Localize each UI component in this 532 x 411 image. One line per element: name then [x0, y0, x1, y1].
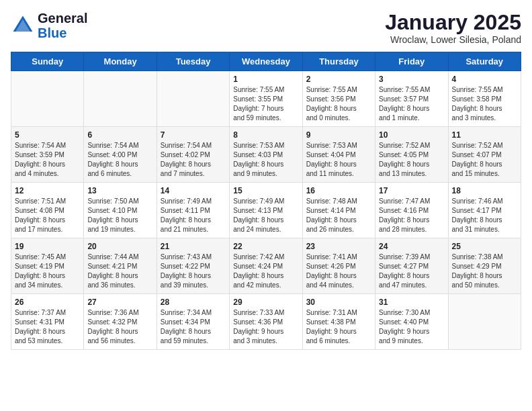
- day-number: 15: [233, 186, 298, 195]
- calendar-cell: 23Sunrise: 7:41 AMSunset: 4:26 PMDayligh…: [302, 238, 375, 294]
- calendar-cell: 5Sunrise: 7:54 AMSunset: 3:59 PMDaylight…: [11, 127, 84, 183]
- calendar-cell: [84, 71, 157, 127]
- day-info: Sunrise: 7:48 AMSunset: 4:14 PMDaylight:…: [306, 197, 371, 234]
- calendar-cell: 15Sunrise: 7:49 AMSunset: 4:13 PMDayligh…: [230, 183, 302, 238]
- day-info: Sunrise: 7:55 AMSunset: 3:57 PMDaylight:…: [379, 85, 444, 123]
- day-info: Sunrise: 7:44 AMSunset: 4:21 PMDaylight:…: [87, 253, 152, 290]
- day-info: Sunrise: 7:41 AMSunset: 4:26 PMDaylight:…: [306, 253, 371, 290]
- day-info: Sunrise: 7:47 AMSunset: 4:16 PMDaylight:…: [379, 197, 444, 234]
- day-info: Sunrise: 7:54 AMSunset: 4:00 PMDaylight:…: [87, 141, 152, 179]
- day-info: Sunrise: 7:37 AMSunset: 4:31 PMDaylight:…: [15, 308, 80, 346]
- day-number: 8: [233, 130, 298, 140]
- weekday-header-sunday: Sunday: [11, 52, 84, 71]
- day-number: 10: [379, 130, 444, 140]
- logo-icon: [11, 13, 35, 38]
- day-number: 3: [379, 75, 444, 84]
- calendar-cell: [11, 71, 84, 127]
- calendar-cell: 14Sunrise: 7:49 AMSunset: 4:11 PMDayligh…: [157, 183, 229, 238]
- day-number: 12: [15, 186, 80, 195]
- calendar-cell: 13Sunrise: 7:50 AMSunset: 4:10 PMDayligh…: [84, 183, 157, 238]
- day-number: 26: [15, 298, 80, 307]
- day-number: 25: [452, 242, 517, 251]
- calendar-week-2: 5Sunrise: 7:54 AMSunset: 3:59 PMDaylight…: [11, 127, 521, 183]
- day-info: Sunrise: 7:55 AMSunset: 3:55 PMDaylight:…: [233, 85, 298, 123]
- calendar-week-1: 1Sunrise: 7:55 AMSunset: 3:55 PMDaylight…: [11, 71, 521, 127]
- calendar-cell: 17Sunrise: 7:47 AMSunset: 4:16 PMDayligh…: [375, 183, 448, 238]
- day-number: 5: [15, 130, 80, 140]
- calendar-cell: 7Sunrise: 7:54 AMSunset: 4:02 PMDaylight…: [157, 127, 229, 183]
- calendar-week-5: 26Sunrise: 7:37 AMSunset: 4:31 PMDayligh…: [11, 294, 521, 350]
- day-number: 13: [87, 186, 152, 195]
- calendar-table: SundayMondayTuesdayWednesdayThursdayFrid…: [11, 52, 521, 350]
- calendar-cell: 16Sunrise: 7:48 AMSunset: 4:14 PMDayligh…: [302, 183, 375, 238]
- calendar-header-row: SundayMondayTuesdayWednesdayThursdayFrid…: [11, 52, 521, 71]
- day-info: Sunrise: 7:42 AMSunset: 4:24 PMDaylight:…: [233, 253, 298, 290]
- day-info: Sunrise: 7:36 AMSunset: 4:32 PMDaylight:…: [87, 308, 152, 346]
- day-number: 9: [306, 130, 371, 140]
- day-info: Sunrise: 7:55 AMSunset: 3:56 PMDaylight:…: [306, 85, 371, 123]
- location-subtitle: Wroclaw, Lower Silesia, Poland: [385, 34, 521, 45]
- day-number: 28: [161, 298, 226, 307]
- day-number: 29: [233, 298, 298, 307]
- day-info: Sunrise: 7:46 AMSunset: 4:17 PMDaylight:…: [452, 197, 517, 234]
- day-info: Sunrise: 7:54 AMSunset: 3:59 PMDaylight:…: [15, 141, 80, 179]
- calendar-cell: 26Sunrise: 7:37 AMSunset: 4:31 PMDayligh…: [11, 294, 84, 350]
- day-info: Sunrise: 7:34 AMSunset: 4:34 PMDaylight:…: [161, 308, 226, 346]
- day-number: 4: [452, 75, 517, 84]
- day-info: Sunrise: 7:51 AMSunset: 4:08 PMDaylight:…: [15, 197, 80, 234]
- calendar-cell: 9Sunrise: 7:53 AMSunset: 4:04 PMDaylight…: [302, 127, 375, 183]
- calendar-cell: 27Sunrise: 7:36 AMSunset: 4:32 PMDayligh…: [84, 294, 157, 350]
- calendar-cell: 8Sunrise: 7:53 AMSunset: 4:03 PMDaylight…: [230, 127, 302, 183]
- page-header: General Blue January 2025 Wroclaw, Lower…: [11, 11, 521, 45]
- calendar-cell: 25Sunrise: 7:38 AMSunset: 4:29 PMDayligh…: [448, 238, 521, 294]
- day-number: 21: [161, 242, 226, 251]
- day-info: Sunrise: 7:52 AMSunset: 4:07 PMDaylight:…: [452, 141, 517, 179]
- month-title: January 2025: [385, 11, 521, 34]
- day-info: Sunrise: 7:39 AMSunset: 4:27 PMDaylight:…: [379, 253, 444, 290]
- weekday-header-tuesday: Tuesday: [157, 52, 229, 71]
- calendar-cell: 11Sunrise: 7:52 AMSunset: 4:07 PMDayligh…: [448, 127, 521, 183]
- day-info: Sunrise: 7:45 AMSunset: 4:19 PMDaylight:…: [15, 253, 80, 290]
- calendar-cell: 20Sunrise: 7:44 AMSunset: 4:21 PMDayligh…: [84, 238, 157, 294]
- day-number: 2: [306, 75, 371, 84]
- day-number: 31: [379, 298, 444, 307]
- calendar-cell: 6Sunrise: 7:54 AMSunset: 4:00 PMDaylight…: [84, 127, 157, 183]
- day-number: 19: [15, 242, 80, 251]
- calendar-cell: [448, 294, 521, 350]
- day-info: Sunrise: 7:53 AMSunset: 4:03 PMDaylight:…: [233, 141, 298, 179]
- calendar-cell: 24Sunrise: 7:39 AMSunset: 4:27 PMDayligh…: [375, 238, 448, 294]
- day-number: 18: [452, 186, 517, 195]
- day-number: 1: [233, 75, 298, 84]
- day-number: 6: [87, 130, 152, 140]
- logo-text: General Blue: [38, 11, 87, 40]
- weekday-header-monday: Monday: [84, 52, 157, 71]
- day-number: 23: [306, 242, 371, 251]
- logo: General Blue: [11, 11, 87, 40]
- weekday-header-saturday: Saturday: [448, 52, 521, 71]
- weekday-header-thursday: Thursday: [302, 52, 375, 71]
- calendar-cell: 31Sunrise: 7:30 AMSunset: 4:40 PMDayligh…: [375, 294, 448, 350]
- calendar-cell: 30Sunrise: 7:31 AMSunset: 4:38 PMDayligh…: [302, 294, 375, 350]
- day-number: 7: [161, 130, 226, 140]
- weekday-header-friday: Friday: [375, 52, 448, 71]
- day-number: 27: [87, 298, 152, 307]
- day-number: 14: [161, 186, 226, 195]
- weekday-header-wednesday: Wednesday: [230, 52, 302, 71]
- calendar-cell: 10Sunrise: 7:52 AMSunset: 4:05 PMDayligh…: [375, 127, 448, 183]
- day-info: Sunrise: 7:31 AMSunset: 4:38 PMDaylight:…: [306, 308, 371, 346]
- day-info: Sunrise: 7:33 AMSunset: 4:36 PMDaylight:…: [233, 308, 298, 346]
- calendar-cell: [157, 71, 229, 127]
- day-info: Sunrise: 7:49 AMSunset: 4:13 PMDaylight:…: [233, 197, 298, 234]
- day-info: Sunrise: 7:30 AMSunset: 4:40 PMDaylight:…: [379, 308, 444, 346]
- day-info: Sunrise: 7:49 AMSunset: 4:11 PMDaylight:…: [161, 197, 226, 234]
- day-info: Sunrise: 7:38 AMSunset: 4:29 PMDaylight:…: [452, 253, 517, 290]
- day-info: Sunrise: 7:50 AMSunset: 4:10 PMDaylight:…: [87, 197, 152, 234]
- day-info: Sunrise: 7:53 AMSunset: 4:04 PMDaylight:…: [306, 141, 371, 179]
- calendar-week-3: 12Sunrise: 7:51 AMSunset: 4:08 PMDayligh…: [11, 183, 521, 238]
- day-info: Sunrise: 7:52 AMSunset: 4:05 PMDaylight:…: [379, 141, 444, 179]
- calendar-cell: 12Sunrise: 7:51 AMSunset: 4:08 PMDayligh…: [11, 183, 84, 238]
- title-block: January 2025 Wroclaw, Lower Silesia, Pol…: [385, 11, 521, 45]
- calendar-cell: 29Sunrise: 7:33 AMSunset: 4:36 PMDayligh…: [230, 294, 302, 350]
- day-number: 20: [87, 242, 152, 251]
- calendar-week-4: 19Sunrise: 7:45 AMSunset: 4:19 PMDayligh…: [11, 238, 521, 294]
